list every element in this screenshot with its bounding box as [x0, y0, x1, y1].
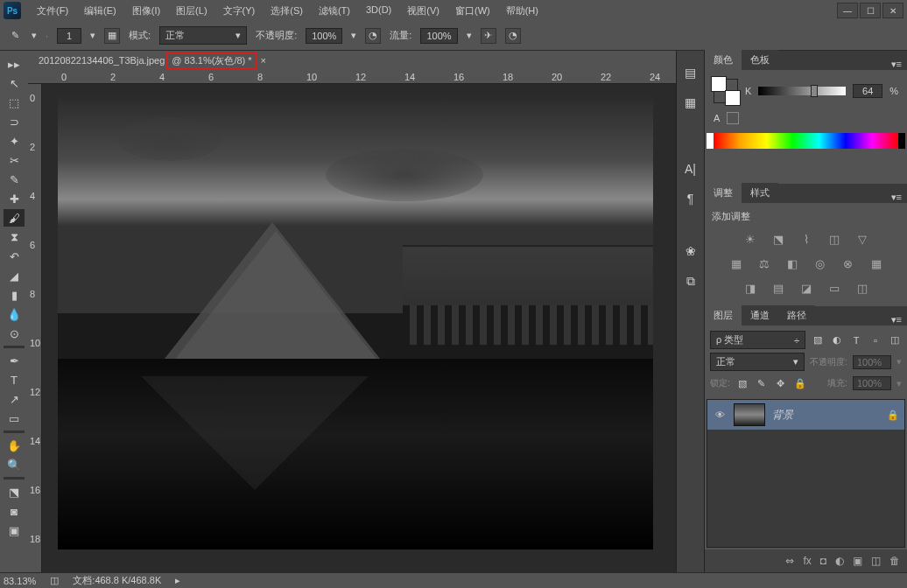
- document-tab[interactable]: 20120822134406_T3Bja.jpeg @ 83.1%(灰色/8) …: [28, 51, 676, 70]
- status-icon[interactable]: ◫: [50, 575, 59, 586]
- close-button[interactable]: ✕: [882, 3, 903, 18]
- canvas[interactable]: [58, 94, 653, 550]
- shape-tool[interactable]: ▭: [4, 410, 25, 427]
- blend-mode-select[interactable]: 正常▾: [159, 26, 247, 45]
- path-tool[interactable]: ↗: [4, 390, 25, 408]
- spectrum-bar[interactable]: [714, 133, 898, 149]
- gradient-map-icon[interactable]: ▭: [826, 279, 843, 297]
- screenmode-button[interactable]: ▣: [4, 522, 25, 539]
- lock-trans-icon[interactable]: ▧: [735, 376, 749, 390]
- marquee-tool[interactable]: ⬚: [4, 94, 25, 111]
- brightness-icon[interactable]: ☀: [742, 230, 759, 248]
- menu-image[interactable]: 图像(I): [125, 3, 167, 19]
- fx-icon[interactable]: fx: [803, 555, 811, 567]
- brush-presets-icon[interactable]: ❀: [681, 242, 700, 261]
- chevron-down-icon[interactable]: ▾: [32, 30, 37, 41]
- filter-type-icon[interactable]: T: [849, 333, 863, 347]
- photo-filter-icon[interactable]: ◎: [812, 255, 829, 272]
- new-layer-icon[interactable]: ◫: [871, 555, 881, 567]
- menu-select[interactable]: 选择(S): [264, 3, 310, 19]
- panel-menu-icon[interactable]: ▾≡: [886, 59, 907, 70]
- layer-thumbnail[interactable]: [734, 403, 765, 426]
- character-panel-icon[interactable]: A|: [681, 159, 700, 178]
- link-icon[interactable]: ⇔: [785, 555, 794, 567]
- quickmask-button[interactable]: ◙: [4, 502, 25, 520]
- wand-tool[interactable]: ✦: [4, 132, 25, 150]
- minimize-button[interactable]: —: [837, 3, 858, 18]
- k-slider[interactable]: [758, 87, 846, 95]
- color-swap-icon[interactable]: ⬔: [4, 483, 25, 500]
- zoom-value[interactable]: 83.13%: [4, 576, 36, 586]
- tab-styles[interactable]: 样式: [742, 183, 778, 203]
- airbrush-button[interactable]: ✈: [481, 28, 496, 44]
- tab-paths[interactable]: 路径: [778, 305, 815, 326]
- mask-icon[interactable]: ◘: [820, 555, 826, 567]
- layer-name[interactable]: 背景: [772, 408, 880, 423]
- tab-color[interactable]: 颜色: [705, 50, 742, 70]
- flow-field[interactable]: 100%: [420, 28, 457, 44]
- layer-row[interactable]: 👁 背景 🔒: [707, 400, 904, 430]
- brush-panel-button[interactable]: ▦: [104, 28, 120, 44]
- menu-type[interactable]: 文字(Y): [216, 3, 263, 19]
- opacity-field[interactable]: 100%: [306, 28, 342, 44]
- menu-3d[interactable]: 3D(D): [359, 3, 398, 19]
- lock-all-icon[interactable]: 🔒: [793, 376, 807, 390]
- lock-pos-icon[interactable]: ✥: [774, 376, 788, 390]
- visibility-icon[interactable]: 👁: [713, 410, 727, 420]
- a-swatch[interactable]: [727, 112, 739, 124]
- tablet-size-button[interactable]: ◔: [505, 28, 521, 44]
- chevron-down-icon[interactable]: ▾: [351, 30, 356, 41]
- curves-icon[interactable]: ⌇: [798, 230, 815, 248]
- panel-menu-icon[interactable]: ▾≡: [886, 314, 907, 326]
- tool-preset-icon[interactable]: ✎: [7, 28, 23, 44]
- blur-tool[interactable]: 💧: [4, 305, 25, 323]
- group-icon[interactable]: ▣: [853, 555, 862, 567]
- brush-size-field[interactable]: 1: [57, 28, 81, 44]
- tab-adjustments[interactable]: 调整: [705, 183, 742, 203]
- tab-channels[interactable]: 通道: [742, 305, 778, 326]
- channel-mixer-icon[interactable]: ⊗: [840, 255, 857, 272]
- adjustment-icon[interactable]: ◐: [835, 555, 844, 567]
- menu-edit[interactable]: 编辑(E): [77, 3, 123, 19]
- clone-source-icon[interactable]: ⧉: [681, 271, 700, 290]
- heal-tool[interactable]: ✚: [4, 190, 25, 207]
- chevron-down-icon[interactable]: ▾: [467, 30, 472, 41]
- dodge-tool[interactable]: ⊙: [4, 325, 25, 342]
- panel-menu-icon[interactable]: ▾≡: [886, 192, 907, 203]
- color-swatch[interactable]: [714, 79, 738, 103]
- lock-pixel-icon[interactable]: ✎: [755, 376, 769, 390]
- type-tool[interactable]: T: [4, 371, 25, 388]
- k-value[interactable]: 64: [853, 84, 882, 98]
- history-panel-icon[interactable]: ▤: [681, 63, 700, 82]
- lasso-tool[interactable]: ⊃: [4, 113, 25, 130]
- vibrance-icon[interactable]: ▽: [854, 230, 871, 248]
- filter-pixel-icon[interactable]: ▧: [811, 333, 825, 347]
- menu-help[interactable]: 帮助(H): [499, 3, 545, 19]
- zoom-tool[interactable]: 🔍: [4, 456, 25, 473]
- eyedropper-tool[interactable]: ✎: [4, 171, 25, 188]
- tab-close-icon[interactable]: ×: [261, 55, 266, 66]
- hand-tool[interactable]: ✋: [4, 437, 25, 454]
- levels-icon[interactable]: ⬔: [770, 230, 787, 248]
- colorbalance-icon[interactable]: ⚖: [756, 255, 773, 272]
- menu-view[interactable]: 视图(V): [400, 3, 446, 19]
- threshold-icon[interactable]: ◪: [798, 279, 815, 297]
- filter-kind-select[interactable]: ρ 类型÷: [710, 331, 805, 349]
- bw-icon[interactable]: ◧: [784, 255, 801, 272]
- chevron-right-icon[interactable]: ▸: [175, 575, 180, 586]
- menu-file[interactable]: 文件(F): [30, 3, 75, 19]
- move-tool[interactable]: ↖: [4, 74, 25, 92]
- eraser-tool[interactable]: ◢: [4, 267, 25, 284]
- filter-smart-icon[interactable]: ◫: [888, 333, 902, 347]
- posterize-icon[interactable]: ▤: [770, 279, 787, 297]
- trash-icon[interactable]: 🗑: [889, 555, 900, 567]
- filter-shape-icon[interactable]: ▫: [868, 333, 882, 347]
- tab-layers[interactable]: 图层: [705, 305, 742, 326]
- invert-icon[interactable]: ◨: [742, 279, 759, 297]
- filter-adjust-icon[interactable]: ◐: [830, 333, 844, 347]
- pen-tool[interactable]: ✒: [4, 352, 25, 369]
- actions-panel-icon[interactable]: ▦: [681, 93, 700, 112]
- tab-swatches[interactable]: 色板: [742, 50, 778, 70]
- menu-layer[interactable]: 图层(L): [169, 3, 214, 19]
- brush-tool[interactable]: 🖌: [4, 209, 25, 227]
